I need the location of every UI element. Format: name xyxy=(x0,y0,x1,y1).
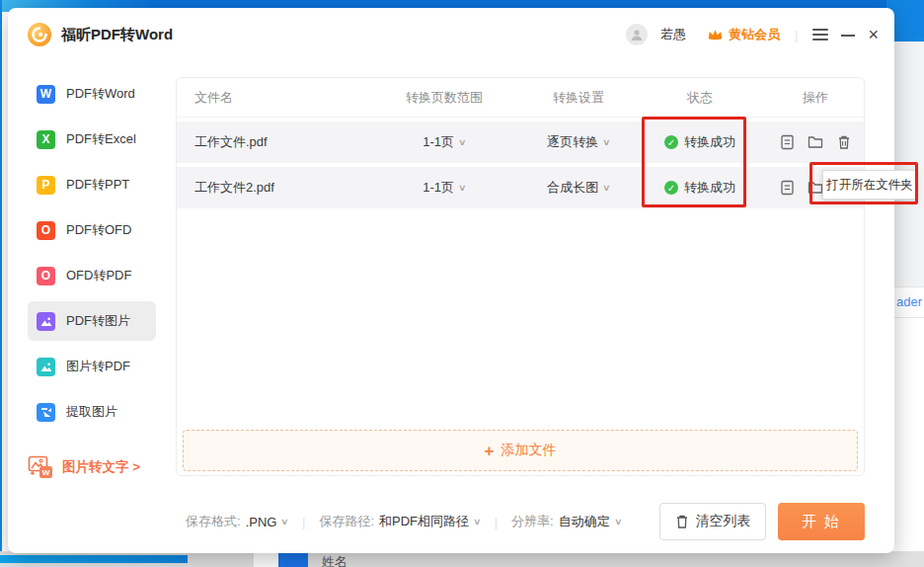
chevron-down-icon: ∨ xyxy=(473,517,482,526)
column-header-status: 状态 xyxy=(633,89,767,107)
clear-list-button[interactable]: 清空列表 xyxy=(659,503,766,540)
image-icon xyxy=(37,312,55,331)
background-bottom-cell xyxy=(254,553,278,567)
header-divider: | xyxy=(795,28,798,42)
app-title: 福昕PDF转Word xyxy=(61,8,173,61)
add-files-label: 添加文件 xyxy=(500,442,556,459)
background-window-content xyxy=(894,318,924,551)
view-file-icon[interactable] xyxy=(779,180,796,197)
svg-text:W: W xyxy=(42,468,50,477)
sidebar-item-pdf-to-ppt[interactable]: P PDF转PPT xyxy=(28,165,156,204)
filename: 工作文件2.pdf xyxy=(177,179,364,197)
start-button[interactable]: 开 始 xyxy=(778,503,865,540)
view-file-icon[interactable] xyxy=(779,134,796,151)
sidebar-item-label: PDF转OFD xyxy=(66,221,131,239)
page-range-value: 1-1页 xyxy=(423,179,454,197)
save-path-dropdown[interactable]: 保存路径: 和PDF相同路径 ∨ xyxy=(319,513,480,530)
ofd-icon: O xyxy=(37,221,55,240)
trash-icon xyxy=(675,514,689,529)
annotation-box-status-column xyxy=(642,117,746,207)
footer-divider: | xyxy=(302,515,305,529)
chevron-down-icon: ∨ xyxy=(458,183,467,193)
sidebar-item-pdf-to-word[interactable]: W PDF转Word xyxy=(28,74,156,114)
footer-toolbar: 保存格式: .PNG ∨ | 保存路径: 和PDF相同路径 ∨ | 分辨率: 自… xyxy=(186,496,865,547)
membership-label: 黄钻会员 xyxy=(729,26,780,43)
save-path-value: 和PDF相同路径 xyxy=(379,513,469,530)
sidebar-item-label: 提取图片 xyxy=(66,403,117,421)
setting-value: 逐页转换 xyxy=(547,133,598,151)
sidebar-item-ofd-to-pdf[interactable]: O OFD转PDF xyxy=(28,256,156,295)
sidebar-item-image-to-pdf[interactable]: 图片转PDF xyxy=(28,347,156,386)
sidebar-item-label: OFD转PDF xyxy=(66,267,131,284)
setting-value: 合成长图 xyxy=(547,179,598,197)
minimize-button[interactable] xyxy=(841,35,855,37)
ofd-pdf-icon: O xyxy=(37,267,55,285)
column-header-setting: 转换设置 xyxy=(524,89,633,107)
background-window-link: ader xyxy=(894,286,924,318)
sidebar: W PDF转Word X PDF转Excel P PDF转PPT O PDF转O… xyxy=(8,61,174,553)
column-header-page-range: 转换页数范围 xyxy=(364,89,524,107)
column-header-filename: 文件名 xyxy=(177,89,364,107)
user-avatar[interactable] xyxy=(626,24,648,45)
crown-icon xyxy=(707,28,724,41)
membership-badge[interactable]: 黄钻会员 xyxy=(707,26,780,43)
sidebar-item-pdf-to-ofd[interactable]: O PDF转OFD xyxy=(28,210,156,250)
chevron-down-icon: ∨ xyxy=(602,137,611,147)
sidebar-promo-image-to-text[interactable]: W 图片转文字 > xyxy=(28,446,172,489)
chevron-down-icon: ∨ xyxy=(602,183,611,193)
clear-list-label: 清空列表 xyxy=(696,513,751,530)
footer-divider: | xyxy=(495,515,498,529)
sidebar-item-pdf-to-image[interactable]: PDF转图片 xyxy=(28,301,156,341)
filename: 工作文件.pdf xyxy=(177,133,364,151)
background-window-edge xyxy=(0,0,2,561)
column-header-operations: 操作 xyxy=(767,89,864,107)
table-row: 工作文件2.pdf 1-1页 ∨ 合成长图 ∨ ✓ 转换成功 xyxy=(177,167,864,208)
app-window: 福昕PDF转Word 若愚 黄钻会员 | × W xyxy=(8,8,894,553)
extract-image-icon xyxy=(37,403,55,422)
file-list-card: 文件名 转换页数范围 转换设置 状态 操作 工作文件.pdf 1-1页 ∨ 逐页… xyxy=(176,77,865,476)
background-field-label: 姓名 xyxy=(322,553,347,567)
resolution-dropdown[interactable]: 分辨率: 自动确定 ∨ xyxy=(511,513,621,530)
table-header: 文件名 转换页数范围 转换设置 状态 操作 xyxy=(177,78,864,118)
save-format-dropdown[interactable]: 保存格式: .PNG ∨ xyxy=(186,513,288,530)
menu-icon[interactable] xyxy=(812,29,828,40)
setting-dropdown[interactable]: 逐页转换 ∨ xyxy=(547,133,610,151)
resolution-value: 自动确定 xyxy=(559,513,610,530)
open-folder-icon[interactable] xyxy=(808,134,824,151)
page-range-dropdown[interactable]: 1-1页 ∨ xyxy=(423,133,465,151)
titlebar: 福昕PDF转Word 若愚 黄钻会员 | × xyxy=(8,8,894,61)
sidebar-item-label: PDF转Word xyxy=(66,85,135,103)
background-bottom-blue-tab xyxy=(278,553,308,567)
close-button[interactable]: × xyxy=(868,26,879,43)
save-path-label: 保存路径: xyxy=(319,513,374,530)
ppt-icon: P xyxy=(37,176,55,195)
chevron-down-icon: ∨ xyxy=(458,137,467,147)
page-range-value: 1-1页 xyxy=(423,133,454,151)
resolution-label: 分辨率: xyxy=(511,513,554,530)
excel-icon: X xyxy=(37,130,55,149)
add-files-button[interactable]: + 添加文件 xyxy=(183,430,858,471)
image-pdf-icon xyxy=(37,358,55,376)
background-window-bottom: 姓名 xyxy=(0,551,924,567)
sidebar-item-extract-image[interactable]: 提取图片 xyxy=(28,392,156,432)
sidebar-item-label: PDF转PPT xyxy=(66,176,129,194)
sidebar-item-label: PDF转图片 xyxy=(66,312,130,330)
chevron-down-icon: ∨ xyxy=(280,517,289,526)
word-icon: W xyxy=(37,85,55,104)
setting-dropdown[interactable]: 合成长图 ∨ xyxy=(547,179,610,197)
save-format-value: .PNG xyxy=(246,515,277,529)
promo-label: 图片转文字 > xyxy=(62,458,140,476)
sidebar-item-label: PDF转Excel xyxy=(66,130,136,148)
background-bottom-blue-bar xyxy=(0,555,188,563)
plus-icon: + xyxy=(485,443,495,459)
user-name[interactable]: 若愚 xyxy=(660,26,686,43)
annotation-box-open-folder-tooltip xyxy=(809,162,918,204)
delete-icon[interactable] xyxy=(836,134,853,151)
sidebar-item-pdf-to-excel[interactable]: X PDF转Excel xyxy=(28,120,156,159)
table-row: 工作文件.pdf 1-1页 ∨ 逐页转换 ∨ ✓ 转换成功 xyxy=(177,122,864,163)
page-range-dropdown[interactable]: 1-1页 ∨ xyxy=(423,179,465,197)
sidebar-item-label: 图片转PDF xyxy=(66,358,130,375)
save-format-label: 保存格式: xyxy=(186,513,241,530)
chevron-down-icon: ∨ xyxy=(614,517,623,526)
app-logo-icon xyxy=(28,23,51,46)
